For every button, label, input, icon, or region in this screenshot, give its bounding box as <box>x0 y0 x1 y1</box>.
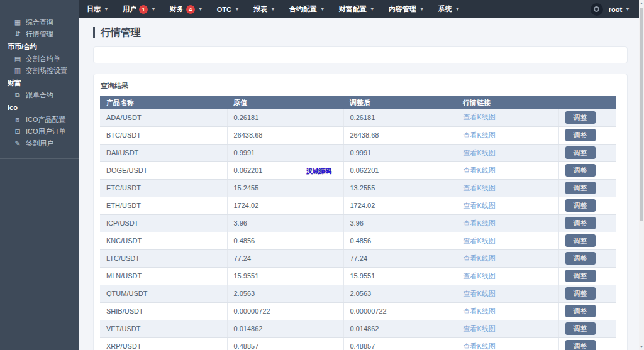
topnav-item-财务[interactable]: 财务4▼ <box>170 4 203 14</box>
action-cell: 调整 <box>558 320 616 337</box>
view-kline-link[interactable]: 查看K线图 <box>464 272 496 280</box>
product-name-cell: VET/USDT <box>100 320 227 337</box>
avatar-icon <box>594 6 599 12</box>
scroll-up-arrow-icon[interactable]: ▲ <box>639 0 644 6</box>
scroll-down-arrow-icon[interactable]: ▼ <box>639 344 644 350</box>
chevron-down-icon: ▼ <box>198 6 203 12</box>
view-kline-link[interactable]: 查看K线图 <box>464 167 496 174</box>
topnav-item-财富配置[interactable]: 财富配置▼ <box>339 4 375 14</box>
sort-chart-icon: ⇵ <box>14 31 21 38</box>
view-kline-link[interactable]: 查看K线图 <box>464 202 496 209</box>
adjusted-value-cell: 13.2555 <box>343 179 457 197</box>
adjust-button[interactable]: 调整 <box>565 305 596 317</box>
sidebar-item-ICO产品配置[interactable]: ⧈ICO产品配置 <box>0 114 79 126</box>
view-kline-link[interactable]: 查看K线图 <box>464 237 496 244</box>
adjust-button[interactable]: 调整 <box>565 146 596 159</box>
adjusted-value-cell: 26438.68 <box>343 126 457 144</box>
results-card: 查询结果 产品名称原值调整后行情链接 ADA/USDT0.261810.2618… <box>93 74 628 350</box>
adjusted-value-cell: 0.9991 <box>343 144 457 161</box>
kline-link-cell: 查看K线图 <box>457 144 558 161</box>
adjusted-value-cell: 0.4856 <box>343 232 457 249</box>
kline-link-cell: 查看K线图 <box>457 214 558 232</box>
results-label: 查询结果 <box>100 80 621 96</box>
chevron-down-icon: ▼ <box>370 6 375 12</box>
topnav-item-用户[interactable]: 用户1▼ <box>123 4 156 14</box>
table-row: LTC/USDT77.2477.24查看K线图调整 <box>100 249 616 267</box>
kline-link-cell: 查看K线图 <box>457 249 558 267</box>
table-row: DAI/USDT0.99910.9991查看K线图调整 <box>100 144 616 161</box>
view-kline-link[interactable]: 查看K线图 <box>464 219 496 227</box>
action-cell: 调整 <box>558 109 616 126</box>
action-cell: 调整 <box>558 179 616 197</box>
topnav-item-label: 用户 <box>123 4 136 14</box>
chevron-down-icon: ▼ <box>235 6 240 12</box>
view-kline-link[interactable]: 查看K线图 <box>464 307 496 315</box>
user-menu[interactable]: root ▼ <box>609 6 630 13</box>
grid-icon: ▦ <box>14 19 21 26</box>
adjust-button[interactable]: 调整 <box>565 322 596 335</box>
product-name-cell: ADA/USDT <box>100 109 227 126</box>
adjust-button[interactable]: 调整 <box>565 199 596 212</box>
topnav-item-日志[interactable]: 日志▼ <box>87 4 109 14</box>
top-navigation-bar: 日志▼用户1▼财务4▼OTC▼报表▼合约配置▼财富配置▼内容管理▼系统▼ roo… <box>79 0 644 18</box>
topnav-item-报表[interactable]: 报表▼ <box>253 4 275 14</box>
user-avatar[interactable] <box>591 3 603 16</box>
sidebar-item-ICO用户订单[interactable]: ⊡ICO用户订单 <box>0 126 79 138</box>
adjust-button[interactable]: 调整 <box>565 340 596 350</box>
view-kline-link[interactable]: 查看K线图 <box>464 131 496 139</box>
sidebar-item-签到用户[interactable]: ✎签到用户 <box>0 138 79 150</box>
table-row: KNC/USDT0.48560.4856查看K线图调整 <box>100 232 616 249</box>
product-name-cell: SHIB/USDT <box>100 302 227 320</box>
view-kline-link[interactable]: 查看K线图 <box>464 149 496 156</box>
topnav-item-合约配置[interactable]: 合约配置▼ <box>289 4 325 14</box>
notification-badge: 1 <box>139 5 148 14</box>
adjust-button[interactable]: 调整 <box>565 111 596 124</box>
view-kline-link[interactable]: 查看K线图 <box>464 184 496 192</box>
action-cell: 调整 <box>558 267 616 285</box>
adjust-button[interactable]: 调整 <box>565 252 596 265</box>
sidebar-item-label: 签到用户 <box>26 140 53 147</box>
view-kline-link[interactable]: 查看K线图 <box>464 342 496 350</box>
vertical-scrollbar[interactable]: ▲ ▼ <box>639 0 644 350</box>
table-row: ADA/USDT0.261810.26181查看K线图调整 <box>100 109 616 126</box>
chevron-down-icon: ▼ <box>151 6 156 12</box>
filter-panel[interactable] <box>93 46 628 63</box>
table-row: ETC/USDT15.245513.2555查看K线图调整 <box>100 179 616 197</box>
adjust-button[interactable]: 调整 <box>565 182 596 194</box>
sidebar-item-交割合约单[interactable]: ▤交割合约单 <box>0 53 79 65</box>
chevron-down-icon: ▼ <box>104 6 109 12</box>
product-name-cell: DOGE/USDT <box>100 161 227 179</box>
sidebar-item-label: 行情管理 <box>26 31 53 38</box>
chevron-down-icon: ▼ <box>455 6 460 12</box>
sidebar-item-综合查询[interactable]: ▦综合查询 <box>0 16 79 28</box>
topnav-item-OTC[interactable]: OTC▼ <box>217 6 240 13</box>
sidebar-item-跟单合约[interactable]: ⧉跟单合约 <box>0 89 79 101</box>
kline-link-cell: 查看K线图 <box>457 285 558 302</box>
product-name-cell: DAI/USDT <box>100 144 227 161</box>
view-kline-link[interactable]: 查看K线图 <box>464 290 496 297</box>
topnav-item-内容管理[interactable]: 内容管理▼ <box>389 4 425 14</box>
sidebar-item-交割场控设置[interactable]: ▥交割场控设置 <box>0 65 79 77</box>
table-row: ETH/USDT1724.021724.02查看K线图调整 <box>100 197 616 214</box>
adjust-button[interactable]: 调整 <box>565 164 596 177</box>
adjust-button[interactable]: 调整 <box>565 234 596 247</box>
scrollbar-thumb[interactable] <box>640 8 643 221</box>
product-name-cell: ETC/USDT <box>100 179 227 197</box>
topnav-item-label: 报表 <box>253 4 267 14</box>
view-kline-link[interactable]: 查看K线图 <box>464 325 496 332</box>
adjust-button[interactable]: 调整 <box>565 287 596 300</box>
page-title: 行情管理 <box>93 27 628 38</box>
topnav-item-系统[interactable]: 系统▼ <box>438 4 460 14</box>
action-cell: 调整 <box>558 302 616 320</box>
share-box-icon: ⧉ <box>14 92 21 99</box>
adjusted-value-cell: 0.26181 <box>343 109 457 126</box>
adjust-button[interactable]: 调整 <box>565 217 596 229</box>
adjust-button[interactable]: 调整 <box>565 129 596 141</box>
sidebar-item-行情管理[interactable]: ⇵行情管理 <box>0 28 79 40</box>
market-table: 产品名称原值调整后行情链接 ADA/USDT0.261810.26181查看K线… <box>100 96 616 350</box>
adjust-button[interactable]: 调整 <box>565 270 596 282</box>
view-kline-link[interactable]: 查看K线图 <box>464 113 496 121</box>
edit-icon: ✎ <box>14 140 21 147</box>
original-value-cell: 0.9991 <box>227 144 343 161</box>
view-kline-link[interactable]: 查看K线图 <box>464 254 496 262</box>
